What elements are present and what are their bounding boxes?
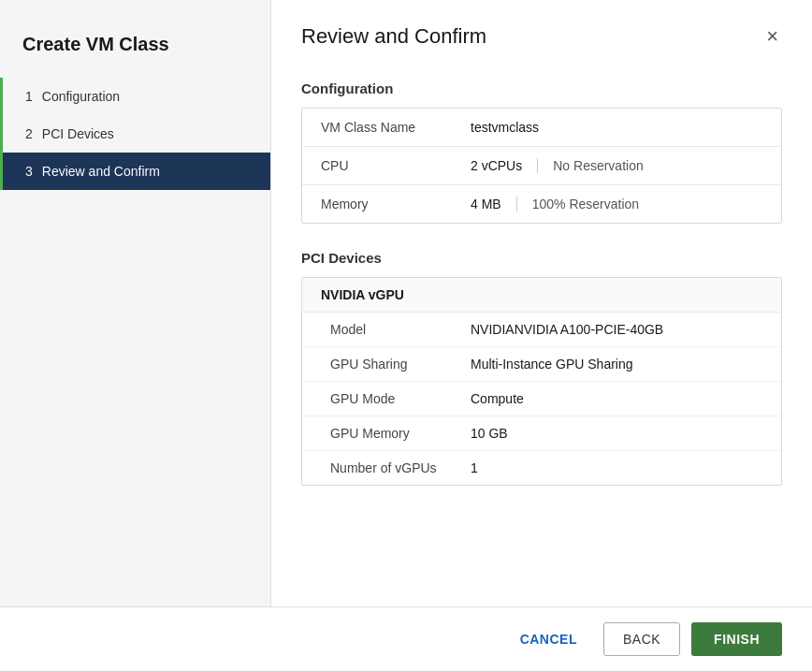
main-content: Review and Confirm × Configuration VM Cl… (271, 0, 812, 606)
step-num-3: 3 (25, 164, 33, 179)
config-row-memory: Memory 4 MB 100% Reservation (302, 185, 781, 223)
pci-row-num-vgpus: Number of vGPUs 1 (302, 451, 781, 485)
close-button[interactable]: × (762, 22, 782, 51)
step-num-1: 1 (25, 89, 33, 104)
sidebar-label-configuration: Configuration (42, 89, 120, 104)
cpu-separator (537, 158, 538, 173)
finish-button[interactable]: FINISH (691, 622, 782, 656)
modal-body: Create VM Class 1 Configuration 2 PCI De… (0, 0, 812, 606)
sidebar-item-configuration[interactable]: 1 Configuration (0, 78, 270, 115)
pci-value-num-vgpus: 1 (471, 460, 478, 475)
memory-size: 4 MB (471, 197, 501, 212)
pci-section-title: PCI Devices (301, 250, 782, 266)
configuration-section-title: Configuration (301, 80, 782, 96)
sidebar: Create VM Class 1 Configuration 2 PCI De… (0, 0, 271, 606)
cpu-reservation: No Reservation (553, 158, 644, 173)
configuration-card: VM Class Name testvmclass CPU 2 vCPUs No… (301, 108, 782, 224)
memory-separator (516, 197, 517, 212)
pci-label-gpu-memory: GPU Memory (330, 426, 471, 441)
config-label-memory: Memory (321, 197, 471, 212)
pci-label-num-vgpus: Number of vGPUs (330, 460, 471, 475)
back-button[interactable]: BACK (603, 622, 680, 656)
create-vm-class-modal: Create VM Class 1 Configuration 2 PCI De… (0, 0, 812, 671)
config-label-cpu: CPU (321, 158, 471, 173)
sidebar-label-pci-devices: PCI Devices (42, 126, 114, 141)
sidebar-item-review-confirm[interactable]: 3 Review and Confirm (0, 153, 270, 190)
sidebar-label-review-confirm: Review and Confirm (42, 164, 160, 179)
configuration-section: Configuration VM Class Name testvmclass … (301, 80, 782, 224)
pci-value-gpu-sharing: Multi-Instance GPU Sharing (471, 357, 633, 372)
pci-row-gpu-memory: GPU Memory 10 GB (302, 416, 781, 451)
config-row-cpu: CPU 2 vCPUs No Reservation (302, 147, 781, 185)
config-value-vmclassname: testvmclass (471, 120, 539, 135)
page-title: Review and Confirm (301, 24, 486, 49)
pci-row-model: Model NVIDIANVIDIA A100-PCIE-40GB (302, 313, 781, 347)
pci-label-gpu-mode: GPU Mode (330, 391, 471, 406)
config-value-memory: 4 MB 100% Reservation (471, 197, 639, 212)
modal-footer: CANCEL BACK FINISH (0, 606, 812, 671)
pci-label-gpu-sharing: GPU Sharing (330, 357, 471, 372)
pci-label-model: Model (330, 322, 471, 337)
pci-value-gpu-mode: Compute (471, 391, 524, 406)
modal-overlay: Create VM Class 1 Configuration 2 PCI De… (0, 0, 812, 671)
step-num-2: 2 (25, 126, 33, 141)
config-value-cpu: 2 vCPUs No Reservation (471, 158, 644, 173)
memory-reservation: 100% Reservation (532, 197, 639, 212)
pci-row-gpu-sharing: GPU Sharing Multi-Instance GPU Sharing (302, 347, 781, 382)
main-scroll: Configuration VM Class Name testvmclass … (271, 66, 812, 606)
sidebar-title: Create VM Class (0, 19, 270, 78)
pci-card: NVIDIA vGPU Model NVIDIANVIDIA A100-PCIE… (301, 277, 782, 486)
config-row-vmclassname: VM Class Name testvmclass (302, 109, 781, 147)
pci-row-gpu-mode: GPU Mode Compute (302, 382, 781, 416)
sidebar-item-pci-devices[interactable]: 2 PCI Devices (0, 115, 270, 153)
pci-value-gpu-memory: 10 GB (471, 426, 508, 441)
pci-value-model: NVIDIANVIDIA A100-PCIE-40GB (471, 322, 663, 337)
cpu-vcpus: 2 vCPUs (471, 158, 522, 173)
pci-devices-section: PCI Devices NVIDIA vGPU Model NVIDIANVID… (301, 250, 782, 486)
cancel-button[interactable]: CANCEL (505, 622, 592, 656)
pci-card-header: NVIDIA vGPU (302, 278, 781, 313)
main-header: Review and Confirm × (271, 0, 812, 66)
config-label-vmclassname: VM Class Name (321, 120, 471, 135)
